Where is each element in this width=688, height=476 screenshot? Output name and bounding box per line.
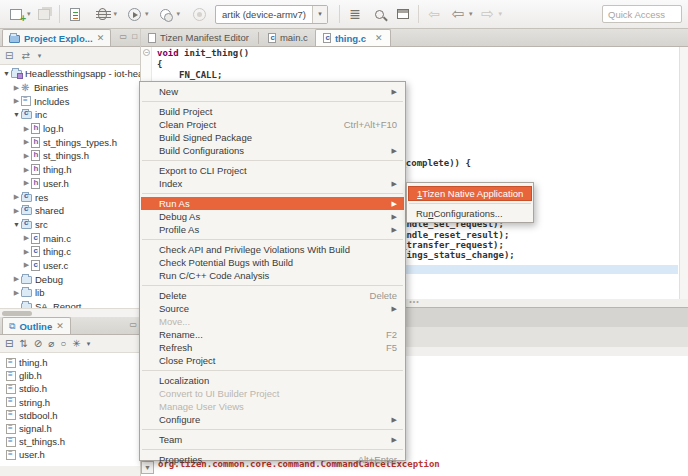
scrollbar-thumb[interactable] bbox=[2, 311, 32, 316]
menu-item-debug-as[interactable]: Debug As▶ bbox=[141, 210, 404, 223]
menu-item-run-as[interactable]: Run As▶ bbox=[141, 197, 404, 210]
tree-item[interactable]: ▶st_things.h bbox=[0, 149, 140, 163]
back-to-editor-button[interactable]: ⇦ bbox=[426, 4, 442, 24]
tab-project-explorer[interactable]: Project Explo... ✕ bbox=[2, 29, 111, 46]
chevron-expanded-icon[interactable]: ▼ bbox=[2, 70, 11, 77]
tree-item[interactable]: ▶res bbox=[0, 190, 140, 204]
stop-button[interactable] bbox=[191, 4, 207, 24]
outline-item[interactable]: st_things.h bbox=[0, 435, 140, 448]
menu-item-team[interactable]: Team▶ bbox=[141, 433, 404, 446]
menu-item-index[interactable]: Index▶ bbox=[141, 177, 404, 190]
sort-icon[interactable]: ⇅ bbox=[19, 338, 27, 349]
fold-collapse-icon[interactable]: − bbox=[143, 49, 150, 56]
chevron-collapsed-icon[interactable]: ▶ bbox=[22, 248, 31, 256]
outline-item[interactable]: glib.h bbox=[0, 369, 140, 382]
save-button[interactable] bbox=[36, 4, 52, 24]
maximize-icon[interactable]: □ bbox=[132, 32, 137, 41]
minimize-icon[interactable]: ▭ bbox=[129, 320, 137, 329]
menu-item-check-api-privilege[interactable]: Check API and Privilege Violations With … bbox=[141, 243, 404, 256]
chevron-collapsed-icon[interactable]: ▶ bbox=[12, 275, 21, 283]
tree-item[interactable]: ▶❋Binaries bbox=[0, 81, 140, 95]
close-icon[interactable]: ✕ bbox=[375, 33, 383, 43]
outline-item[interactable]: signal.h bbox=[0, 422, 140, 435]
hide-non-public-icon[interactable]: ○ bbox=[60, 338, 66, 349]
tree-item[interactable]: ▶Includes bbox=[0, 94, 140, 108]
menu-item-configure[interactable]: Configure▶ bbox=[141, 413, 404, 426]
collapse-all-icon[interactable]: ⊟ bbox=[5, 338, 13, 349]
tree-item[interactable]: ▶shared bbox=[0, 204, 140, 218]
horizontal-scrollbar[interactable] bbox=[0, 308, 140, 317]
tab-thing-c[interactable]: thing.c ✕ bbox=[315, 29, 391, 46]
outline-item[interactable]: thing.h bbox=[0, 356, 140, 369]
profile-button[interactable] bbox=[158, 4, 174, 24]
search-button[interactable] bbox=[371, 4, 387, 24]
tree-item[interactable]: ▼src bbox=[0, 218, 140, 232]
overview-ruler[interactable] bbox=[679, 47, 688, 299]
tree-item[interactable]: ▶user.c bbox=[0, 259, 140, 273]
chevron-collapsed-icon[interactable]: ▶ bbox=[12, 97, 21, 105]
chevron-collapsed-icon[interactable]: ▶ bbox=[12, 207, 21, 215]
chevron-collapsed-icon[interactable]: ▶ bbox=[22, 152, 31, 160]
device-combo[interactable]: artik (device-armv7) ▾ bbox=[215, 5, 328, 24]
chevron-collapsed-icon[interactable]: ▶ bbox=[22, 166, 31, 174]
tree-item[interactable]: ▼inc bbox=[0, 108, 140, 122]
tree-item-project[interactable]: ▼Headlessthingsapp - iot-headle bbox=[0, 67, 140, 81]
chevron-collapsed-icon[interactable]: ▶ bbox=[22, 234, 31, 242]
menu-item-profile-as[interactable]: Profile As▶ bbox=[141, 223, 404, 236]
chevron-expanded-icon[interactable]: ▼ bbox=[12, 221, 21, 228]
chevron-collapsed-icon[interactable]: ▶ bbox=[12, 84, 21, 92]
tree-item[interactable]: ▶lib bbox=[0, 286, 140, 300]
tree-item[interactable]: ▶user.h bbox=[0, 177, 140, 191]
outline-item[interactable]: stdio.h bbox=[0, 382, 140, 395]
run-dropdown-icon[interactable]: ▾ bbox=[145, 10, 149, 18]
view-menu-icon[interactable]: ▾ bbox=[38, 52, 42, 60]
menu-item-source[interactable]: Source▶ bbox=[141, 302, 404, 315]
menu-item-run-code-analysis[interactable]: Run C/C++ Code Analysis bbox=[141, 269, 404, 282]
collapse-all-icon[interactable]: ⊟ bbox=[5, 50, 13, 61]
nav-forward-dropdown-icon[interactable]: ▾ bbox=[499, 10, 503, 18]
tree-item[interactable]: ▶st_things_types.h bbox=[0, 135, 140, 149]
tab-tizen-manifest-editor[interactable]: Tizen Manifest Editor bbox=[141, 29, 256, 46]
debug-button[interactable] bbox=[95, 4, 111, 24]
tree-item[interactable]: SA_Report bbox=[0, 300, 140, 308]
chevron-collapsed-icon[interactable]: ▶ bbox=[22, 125, 31, 133]
tree-item[interactable]: ▶main.c bbox=[0, 231, 140, 245]
tree-item[interactable]: ▶thing.c bbox=[0, 245, 140, 259]
open-console-button[interactable] bbox=[395, 4, 411, 24]
nav-back-button[interactable]: ⇦ bbox=[450, 4, 466, 24]
tab-outline[interactable]: ⧉ Outline ✕ bbox=[2, 317, 71, 334]
outline-item[interactable]: stdbool.h bbox=[0, 409, 140, 422]
outline-item[interactable]: string.h bbox=[0, 396, 140, 409]
menu-item-clean-project[interactable]: Clean ProjectCtrl+Alt+F10 bbox=[141, 118, 404, 131]
menu-item-close-project[interactable]: Close Project bbox=[141, 354, 404, 367]
chevron-collapsed-icon[interactable]: ▶ bbox=[22, 179, 31, 187]
run-button[interactable] bbox=[126, 4, 142, 24]
submenu-item-run-configurations[interactable]: Run Configurations... bbox=[408, 206, 532, 221]
chevron-collapsed-icon[interactable]: ▶ bbox=[22, 261, 31, 269]
outline-item[interactable]: user.h bbox=[0, 448, 140, 461]
menu-item-delete[interactable]: DeleteDelete bbox=[141, 289, 404, 302]
chevron-collapsed-icon[interactable]: ▶ bbox=[12, 193, 21, 201]
menu-item-new[interactable]: New▶ bbox=[141, 85, 404, 98]
outline-list-button[interactable]: ≣ bbox=[347, 4, 363, 24]
debug-dropdown-icon[interactable]: ▾ bbox=[114, 10, 118, 18]
menu-item-rename[interactable]: Rename...F2 bbox=[141, 328, 404, 341]
close-icon[interactable]: ✕ bbox=[97, 33, 105, 43]
tab-main-c[interactable]: main.c bbox=[261, 29, 315, 46]
menu-item-refresh[interactable]: RefreshF5 bbox=[141, 341, 404, 354]
quick-access-input[interactable] bbox=[602, 5, 682, 23]
profile-dropdown-icon[interactable]: ▾ bbox=[177, 10, 181, 18]
close-icon[interactable]: ✕ bbox=[56, 321, 64, 331]
new-wizard-button[interactable] bbox=[8, 4, 24, 24]
hide-static-icon[interactable]: ⌀ bbox=[48, 338, 54, 349]
tree-item[interactable]: ▶thing.h bbox=[0, 163, 140, 177]
menu-item-build-project[interactable]: Build Project bbox=[141, 105, 404, 118]
menu-item-properties[interactable]: PropertiesAlt+Enter bbox=[141, 453, 404, 466]
chevron-collapsed-icon[interactable]: ▶ bbox=[22, 138, 31, 146]
tree-item[interactable]: ▶Debug bbox=[0, 272, 140, 286]
view-menu-icon[interactable]: ▾ bbox=[87, 340, 91, 348]
new-wizard-dropdown-icon[interactable]: ▾ bbox=[27, 10, 31, 18]
filter-icon[interactable]: ✳ bbox=[72, 338, 80, 349]
chevron-collapsed-icon[interactable]: ▶ bbox=[12, 289, 21, 297]
chevron-expanded-icon[interactable]: ▼ bbox=[12, 111, 21, 118]
